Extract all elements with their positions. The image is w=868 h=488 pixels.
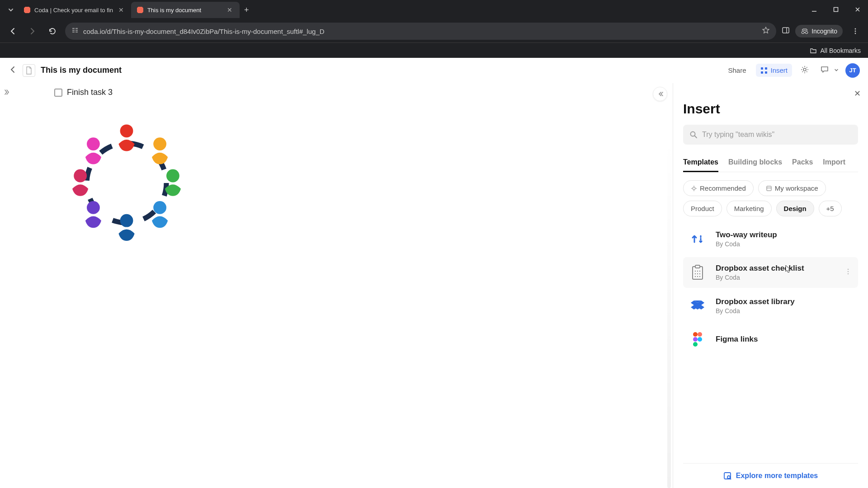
comment-icon[interactable]	[817, 62, 832, 79]
svg-rect-5	[75, 30, 78, 31]
document-area: Finish task 3	[0, 83, 673, 488]
chip-design[interactable]: Design	[776, 201, 814, 216]
tab-building-blocks[interactable]: Building blocks	[728, 155, 782, 172]
task-item[interactable]: Finish task 3	[18, 88, 655, 97]
twoway-icon	[688, 229, 708, 249]
scrollbar[interactable]	[667, 137, 671, 488]
svg-rect-17	[761, 71, 763, 74]
explore-icon	[723, 472, 731, 480]
address-bar[interactable]: coda.io/d/This-is-my-document_d84Iv0ZibP…	[65, 23, 776, 40]
svg-rect-27	[693, 267, 703, 279]
template-item-dropbox-library[interactable]: Dropbox asset library By Coda	[683, 291, 858, 321]
app-body: Finish task 3	[0, 83, 868, 488]
grid-plus-icon	[760, 67, 768, 74]
panel-title: Insert	[683, 101, 858, 117]
search-box[interactable]	[683, 125, 858, 145]
collapse-panel-icon[interactable]	[653, 87, 667, 101]
close-window-icon[interactable]	[851, 3, 864, 16]
app-back-icon[interactable]	[8, 65, 17, 76]
svg-point-33	[848, 271, 849, 272]
search-icon	[689, 131, 698, 139]
tab-search-dropdown[interactable]	[4, 3, 18, 17]
explore-templates-link[interactable]: Explore more templates	[683, 463, 858, 488]
share-button[interactable]: Share	[723, 64, 750, 77]
svg-rect-15	[761, 67, 763, 70]
svg-point-14	[855, 33, 856, 34]
template-item-twoway[interactable]: Two-way writeup By Coda	[683, 224, 858, 254]
browser-toolbar: coda.io/d/This-is-my-document_d84Iv0ZibP…	[0, 20, 868, 42]
close-icon[interactable]: ✕	[117, 5, 126, 14]
checkbox-icon[interactable]	[54, 89, 62, 97]
chip-recommended[interactable]: Recommended	[683, 180, 754, 196]
maximize-icon[interactable]	[829, 3, 843, 16]
gear-icon[interactable]	[797, 62, 812, 79]
embedded-image[interactable]	[54, 111, 199, 255]
minimize-icon[interactable]	[807, 3, 821, 16]
svg-point-12	[855, 28, 856, 30]
svg-rect-2	[72, 28, 75, 29]
browser-tab-1[interactable]: This is my document ✕	[131, 2, 240, 18]
filter-chips: Recommended My workspace Product Marketi…	[683, 180, 858, 216]
template-author: By Coda	[716, 307, 854, 314]
search-input[interactable]	[702, 131, 852, 139]
svg-rect-8	[783, 28, 789, 33]
coda-favicon-icon	[24, 6, 31, 14]
chip-my-workspace[interactable]: My workspace	[758, 180, 826, 196]
page-title[interactable]: This is my document	[41, 66, 122, 75]
chip-more[interactable]: +5	[819, 201, 842, 216]
incognito-label: Incognito	[811, 28, 837, 35]
incognito-badge[interactable]: Incognito	[795, 25, 843, 38]
dropbox-icon	[688, 296, 708, 316]
back-icon[interactable]	[5, 24, 20, 38]
more-icon[interactable]	[843, 266, 854, 279]
close-icon[interactable]: ✕	[225, 5, 234, 14]
svg-rect-18	[765, 71, 767, 74]
avatar[interactable]: JT	[845, 63, 860, 78]
insert-panel: ✕ Insert Templates Building blocks Packs…	[673, 83, 868, 488]
svg-rect-28	[695, 265, 700, 268]
svg-point-37	[693, 337, 698, 342]
chip-marketing[interactable]: Marketing	[726, 201, 772, 216]
figma-icon	[688, 329, 708, 349]
template-item-figma[interactable]: Figma links	[683, 324, 858, 355]
svg-point-36	[698, 332, 702, 337]
site-settings-icon[interactable]	[71, 27, 79, 36]
clipboard-icon	[688, 263, 708, 282]
browser-tab-0[interactable]: Coda | Check your email to fin ✕	[18, 2, 131, 18]
chevron-down-icon[interactable]	[833, 66, 840, 75]
chip-product[interactable]: Product	[683, 201, 722, 216]
url-text: coda.io/d/This-is-my-document_d84Iv0ZibP…	[83, 28, 757, 35]
svg-rect-4	[72, 30, 75, 31]
browser-menu-icon[interactable]	[848, 24, 863, 38]
insert-button[interactable]: Insert	[756, 64, 792, 77]
bookmarks-bar: All Bookmarks	[0, 42, 868, 58]
template-item-dropbox-checklist[interactable]: Dropbox asset checklist By Coda	[683, 257, 858, 288]
tab-packs[interactable]: Packs	[792, 155, 813, 172]
expand-sidebar-icon[interactable]	[3, 89, 10, 98]
forward-icon[interactable]	[25, 24, 40, 38]
star-icon[interactable]	[762, 26, 770, 36]
close-icon[interactable]: ✕	[854, 89, 861, 99]
new-tab-button[interactable]: +	[240, 4, 254, 17]
template-title: Figma links	[716, 335, 854, 344]
reload-icon[interactable]	[45, 24, 60, 38]
side-panel-icon[interactable]	[782, 26, 790, 36]
svg-point-39	[693, 342, 698, 347]
svg-point-32	[848, 269, 849, 270]
tab-templates[interactable]: Templates	[683, 155, 718, 172]
document-icon[interactable]	[23, 64, 35, 77]
template-list: Two-way writeup By Coda Dropbox asset ch…	[683, 224, 858, 355]
svg-rect-25	[767, 186, 771, 191]
tab-title: This is my document	[147, 7, 222, 14]
template-title: Dropbox asset checklist	[716, 264, 835, 273]
app-header: This is my document Share Insert JT	[0, 58, 868, 83]
svg-rect-6	[72, 32, 75, 33]
svg-rect-1	[834, 8, 838, 12]
sparkle-icon	[691, 185, 697, 192]
all-bookmarks-link[interactable]: All Bookmarks	[821, 47, 861, 54]
browser-chrome: Coda | Check your email to fin ✕ This is…	[0, 0, 868, 58]
template-title: Two-way writeup	[716, 230, 854, 239]
incognito-icon	[801, 28, 809, 34]
tab-import[interactable]: Import	[823, 155, 845, 172]
svg-point-34	[848, 273, 849, 275]
